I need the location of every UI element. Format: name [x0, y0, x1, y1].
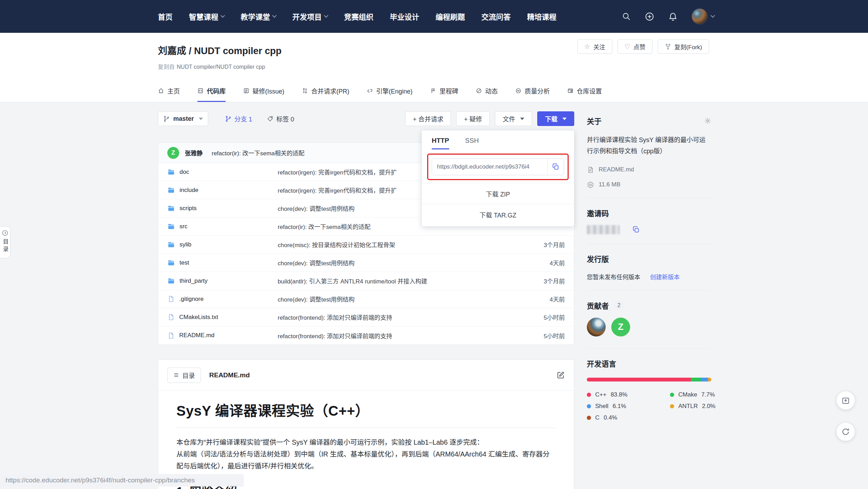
watch-button[interactable]: ☆关注 [577, 39, 612, 54]
file-name[interactable]: CMakeLists.txt [179, 314, 218, 321]
readme-heading: SysY 编译器课程实验（C++） [176, 400, 556, 420]
feedback-icon [841, 396, 850, 405]
readme-link[interactable]: README.md [599, 166, 634, 173]
nav-item-competitions[interactable]: 竞赛组织 [344, 11, 373, 22]
releases-title: 发行版 [587, 253, 711, 264]
forked-from: 复刻自NUDT compiler/NUDT compiler cpp [158, 62, 868, 71]
toc-button[interactable]: 目录 [167, 368, 201, 383]
about-title: 关于 [587, 116, 601, 126]
table-row[interactable]: .gitignore chore(dev): 调整test用例结构4天前 [158, 290, 574, 308]
new-pr-button[interactable]: + 合并请求 [405, 111, 451, 126]
copy-url-button[interactable] [547, 159, 564, 175]
file-name[interactable]: .gitignore [179, 296, 204, 303]
folder-icon [167, 277, 175, 285]
search-icon[interactable] [622, 12, 631, 21]
annotation-highlight [427, 154, 569, 180]
folder-icon [167, 241, 175, 249]
copy-icon [552, 163, 560, 171]
table-row[interactable]: third_party build(antlr): 引入第三方 ANTLR4 r… [158, 272, 574, 290]
tab-issues[interactable]: 疑修(Issue) [243, 81, 284, 102]
table-row[interactable]: README.md refactor(frontend): 添加对只编译前端的支… [158, 326, 574, 344]
create-release-link[interactable]: 创建新版本 [650, 272, 680, 281]
file-name[interactable]: doc [180, 169, 189, 176]
download-targz-item[interactable]: 下载 TAR.GZ [422, 204, 574, 225]
tab-activity[interactable]: 动态 [476, 81, 498, 102]
branches-link[interactable]: 分支 1 [225, 114, 252, 123]
table-row[interactable]: sylib chore(misc): 按目录结构设计初始化工程骨架3个月前 [158, 236, 574, 254]
gear-icon[interactable] [704, 117, 711, 124]
download-zip-item[interactable]: 下载 ZIP [422, 183, 574, 204]
tab-settings[interactable]: 仓库设置 [567, 81, 602, 102]
edit-readme-button[interactable] [557, 371, 565, 379]
like-button[interactable]: ♡点赞 [618, 39, 652, 54]
avatar[interactable] [692, 8, 708, 24]
folder-icon [167, 168, 175, 176]
language-bar [587, 378, 711, 381]
nav-menu: 首页 智慧课程 教学课堂 开发项目 竞赛组织 毕业设计 编程刷题 交流问答 精培… [158, 11, 556, 22]
tag-icon [267, 116, 273, 122]
bell-icon[interactable] [668, 12, 678, 21]
invite-code-blurred [587, 225, 620, 234]
edit-icon [557, 371, 565, 379]
chevron-down-icon [272, 13, 277, 18]
chevron-down-icon [710, 13, 715, 18]
chevron-down-icon [199, 118, 203, 120]
toc-side-tab[interactable]: 目录 [0, 226, 10, 258]
copy-invite-button[interactable] [632, 226, 640, 234]
tab-engine[interactable]: 引擎(Engine) [367, 81, 413, 102]
file-name[interactable]: include [180, 187, 198, 194]
legend-item: C0.4% [587, 414, 670, 421]
commit-message[interactable]: refactor(ir): 改一下sema相关的适配 [212, 148, 304, 157]
branch-selector[interactable]: master [158, 111, 208, 126]
folder-icon [167, 186, 175, 194]
file-name[interactable]: scripts [180, 205, 197, 212]
add-icon[interactable] [645, 12, 654, 21]
user-menu[interactable] [692, 8, 714, 24]
download-button[interactable]: 下载 [537, 111, 574, 126]
committer-avatar[interactable]: Z [167, 147, 179, 159]
contributors-title: 贡献者 [587, 300, 609, 311]
file-name[interactable]: README.md [179, 332, 214, 339]
readme-paragraph: 本仓库为“并行编译课程实验”提供一个 SysY 编译器的最小可运行示例，实验按 … [176, 436, 556, 472]
nav-item-classroom[interactable]: 教学课堂 [241, 11, 276, 22]
files-button[interactable]: 文件 [495, 111, 532, 126]
tab-quality[interactable]: 质量分析 [515, 81, 550, 102]
refresh-fab[interactable] [836, 422, 855, 441]
tab-milestones[interactable]: 里程碑 [430, 81, 458, 102]
committer-name[interactable]: 张雅静 [185, 148, 203, 157]
contributor-avatar[interactable] [587, 318, 606, 336]
tab-pull-requests[interactable]: 合并请求(PR) [302, 81, 349, 102]
file-name[interactable]: test [180, 259, 189, 266]
tab-ssh[interactable]: SSH [465, 137, 479, 149]
fork-icon [665, 43, 671, 50]
chevron-right-circle-icon [2, 230, 8, 236]
file-name[interactable]: third_party [180, 277, 207, 284]
top-navbar: 首页 智慧课程 教学课堂 开发项目 竞赛组织 毕业设计 编程刷题 交流问答 精培… [0, 0, 868, 33]
nav-item-home[interactable]: 首页 [158, 11, 173, 22]
new-issue-button[interactable]: + 疑修 [456, 111, 490, 126]
nav-item-premium-courses[interactable]: 精培课程 [527, 11, 556, 22]
forked-from-link[interactable]: NUDT compiler/NUDT compiler cpp [177, 64, 265, 70]
table-row[interactable]: test chore(dev): 调整test用例结构4天前 [158, 254, 574, 272]
file-name[interactable]: sylib [180, 241, 191, 248]
no-release-text: 您暂未发布任何版本 [587, 272, 640, 281]
file-name[interactable]: src [180, 223, 188, 230]
contributor-avatar[interactable]: Z [611, 318, 630, 336]
feedback-fab[interactable] [836, 391, 855, 410]
nav-item-graduation[interactable]: 毕业设计 [390, 11, 419, 22]
chevron-down-icon [562, 118, 567, 120]
nav-item-dev-projects[interactable]: 开发项目 [292, 11, 328, 22]
nav-item-smart-courses[interactable]: 智慧课程 [189, 11, 224, 22]
tab-http[interactable]: HTTP [432, 137, 449, 149]
folder-icon [167, 259, 175, 267]
legend-dot [587, 404, 591, 408]
tab-code[interactable]: 代码库 [197, 81, 226, 102]
clone-url-input[interactable] [432, 159, 547, 175]
table-row[interactable]: CMakeLists.txt refactor(frontend): 添加对只编… [158, 308, 574, 326]
branch-icon [163, 116, 170, 122]
nav-item-qa[interactable]: 交流问答 [481, 11, 511, 22]
nav-item-coding-practice[interactable]: 编程刷题 [436, 11, 465, 22]
fork-button[interactable]: 复刻(Fork) [658, 39, 709, 54]
tags-link[interactable]: 标签 0 [267, 114, 294, 123]
tab-home[interactable]: 主页 [158, 81, 180, 102]
